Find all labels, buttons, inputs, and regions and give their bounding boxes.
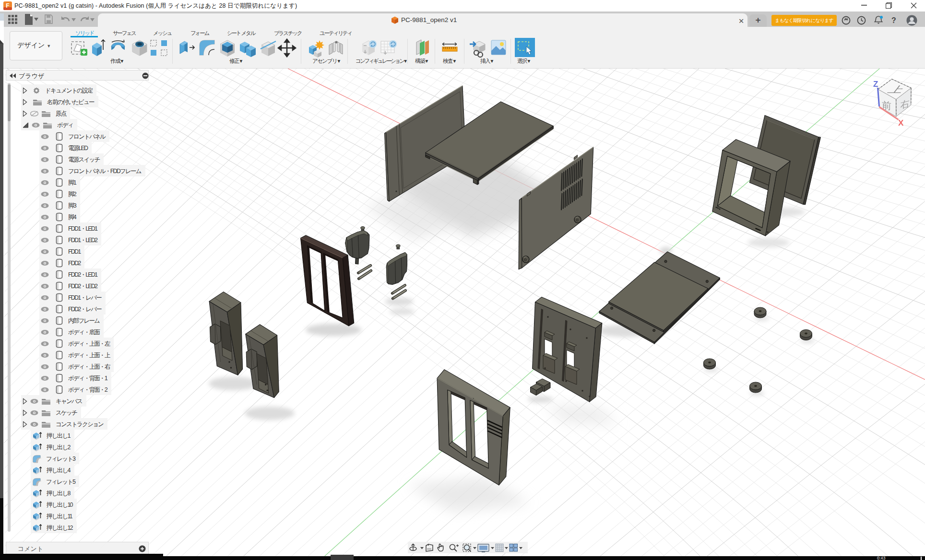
svg-text:Z: Z: [873, 80, 878, 89]
svg-text:?: ?: [891, 16, 896, 24]
svg-text:F: F: [6, 2, 9, 9]
svg-text:X: X: [898, 118, 904, 128]
